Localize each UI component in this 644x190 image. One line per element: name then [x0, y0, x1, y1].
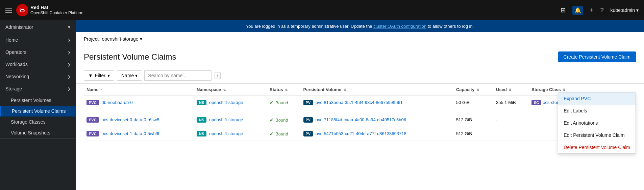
bell-icon[interactable]: 🔔	[572, 6, 583, 15]
used-value: -	[496, 117, 497, 122]
sort-status-icon: ⇅	[285, 88, 288, 92]
sidebar-item-storage-label: Storage	[5, 86, 22, 91]
namespace-link[interactable]: openshift-storage	[209, 117, 243, 122]
filter-button[interactable]: ▼ Filter ▾	[84, 70, 114, 81]
banner-link[interactable]: cluster OAuth configuration	[373, 24, 426, 29]
context-menu-item[interactable]: Edit Annotations	[558, 117, 636, 129]
name-label: Name	[121, 73, 134, 78]
pv-name-link[interactable]: pvc-71185f4d-caaa-4a00-8a94-da49517c5b06	[316, 117, 406, 122]
sidebar-role[interactable]: Administrator ▾	[0, 20, 76, 34]
ns-badge: NS	[197, 100, 206, 105]
cell-capacity: 512 GiB	[453, 113, 493, 127]
table-row: PVC db-noobaa-db-0 NS openshift-storage …	[84, 96, 636, 113]
filter-caret: ▾	[107, 73, 110, 78]
pv-name-link[interactable]: pvc-5471b053-cd21-404d-a77f-d86133693718	[316, 131, 406, 136]
table-row: PVC ocs-deviceset-0-data-0-r6sw5 NS open…	[84, 113, 636, 127]
namespace-link[interactable]: openshift-storage	[209, 131, 243, 136]
page-header: Persistent Volume Claims Create Persiste…	[76, 46, 644, 68]
cell-name: PVC ocs-deviceset-1-data-0-5wh9l	[84, 127, 194, 141]
ns-badge: NS	[197, 131, 206, 136]
cell-namespace: NS openshift-storage	[194, 127, 267, 141]
col-name[interactable]: Name ↑	[84, 84, 194, 96]
user-caret: ▾	[636, 7, 639, 13]
capacity-value: 512 GiB	[456, 117, 472, 122]
sidebar-role-label: Administrator	[5, 24, 33, 30]
sidebar-subitem-pvc[interactable]: Persistent Volume Claims	[0, 106, 76, 117]
col-status[interactable]: Status ⇅	[267, 84, 300, 96]
col-pv[interactable]: Persistent Volume ⇅	[301, 84, 453, 96]
sidebar-subitem-volume-snapshots[interactable]: Volume Snapshots	[0, 127, 76, 138]
pvc-name-link[interactable]: ocs-deviceset-0-data-0-r6sw5	[101, 117, 159, 122]
context-menu-item[interactable]: Edit Labels	[558, 105, 636, 117]
sidebar-chevron-storage: ❯	[68, 87, 70, 91]
logo-product: OpenShift	[30, 10, 48, 15]
context-menu-item[interactable]: Delete Persistent Volume Claim	[558, 141, 636, 153]
pvc-name-link[interactable]: db-noobaa-db-0	[101, 100, 133, 105]
cell-pv: PV pvc-5471b053-cd21-404d-a77f-d86133693…	[301, 127, 453, 141]
info-banner: You are logged in as a temporary adminis…	[76, 20, 644, 32]
sidebar-chevron-networking: ❯	[68, 75, 70, 79]
status-bound: ✔ Bound	[270, 100, 298, 105]
name-select[interactable]: Name ▾	[117, 70, 142, 81]
pvc-name-link[interactable]: ocs-deviceset-1-data-0-5wh9l	[101, 131, 159, 136]
sidebar-item-operators[interactable]: Operators ❯	[0, 46, 76, 58]
sc-badge: SC	[531, 100, 541, 105]
sort-name-icon: ↑	[100, 88, 102, 92]
bound-icon: ✔	[270, 117, 274, 123]
name-caret: ▾	[135, 73, 138, 78]
used-value: -	[496, 131, 497, 136]
sidebar-subitem-storage-classes[interactable]: Storage Classes	[0, 117, 76, 127]
used-value: 355.1 MiB	[496, 100, 516, 105]
apps-icon[interactable]: ⊞	[561, 6, 566, 14]
col-capacity[interactable]: Capacity ⇅	[453, 84, 493, 96]
hamburger-menu[interactable]	[5, 8, 12, 13]
col-namespace[interactable]: Namespace ⇅	[194, 84, 267, 96]
context-menu-item[interactable]: Edit Persistent Volume Claim	[558, 129, 636, 141]
top-nav: Red Hat OpenShift Container Platform ⊞ 🔔…	[0, 0, 644, 20]
create-pvc-button[interactable]: Create Persistent Volume Claim	[558, 51, 636, 62]
cell-namespace: NS openshift-storage	[194, 113, 267, 127]
redhat-logo: Red Hat OpenShift Container Platform	[16, 4, 83, 16]
sidebar-item-networking-label: Networking	[5, 74, 29, 79]
col-used[interactable]: Used ⇅	[493, 84, 529, 96]
pv-badge: PV	[303, 131, 313, 136]
project-name: openshift-storage	[102, 36, 138, 42]
pvc-table: Name ↑ Namespace ⇅ Status ⇅	[84, 84, 636, 141]
search-slash: /	[215, 72, 220, 79]
sidebar-subitem-persistent-volumes[interactable]: Persistent Volumes	[0, 95, 76, 106]
project-label: Project:	[84, 36, 100, 42]
cell-status: ✔ Bound	[267, 96, 300, 113]
page-title: Persistent Volume Claims	[84, 52, 176, 62]
cell-pv: PV pvc-71185f4d-caaa-4a00-8a94-da49517c5…	[301, 113, 453, 127]
status-bound: ✔ Bound	[270, 131, 298, 136]
status-bound: ✔ Bound	[270, 117, 298, 123]
cell-pv: PV pvc-81a35e5a-357f-45f4-93c4-8e675f58f…	[301, 96, 453, 113]
redhat-logo-icon	[16, 4, 28, 16]
status-text: Bound	[275, 100, 288, 105]
help-icon[interactable]: ?	[600, 7, 604, 14]
context-menu-item[interactable]: Expand PVC	[558, 92, 636, 105]
filter-icon: ▼	[88, 73, 93, 78]
namespace-link[interactable]: openshift-storage	[209, 100, 243, 105]
svg-point-2	[21, 10, 24, 12]
user-menu[interactable]: kube:admin ▾	[611, 7, 639, 13]
pv-name-link[interactable]: pvc-81a35e5a-357f-45f4-93c4-8e675f58f661	[316, 100, 403, 105]
banner-text: You are logged in as a temporary adminis…	[246, 24, 373, 29]
pvc-badge: PVC	[86, 117, 99, 123]
sidebar-item-workloads-label: Workloads	[5, 62, 28, 67]
search-input[interactable]	[144, 70, 212, 81]
cell-capacity: 50 GiB	[453, 96, 493, 113]
sidebar-item-storage[interactable]: Storage ❯	[0, 83, 76, 95]
sidebar: Administrator ▾ Home ❯ Operators ❯ Workl…	[0, 20, 76, 190]
plus-icon[interactable]: +	[590, 7, 594, 14]
logo-subtitle: Container Platform	[50, 10, 83, 15]
sidebar-item-home-label: Home	[5, 37, 18, 43]
pv-badge: PV	[303, 117, 313, 123]
context-menu: Expand PVCEdit LabelsEdit AnnotationsEdi…	[558, 92, 636, 154]
sidebar-item-networking[interactable]: Networking ❯	[0, 70, 76, 83]
project-selector[interactable]: openshift-storage ▾	[102, 36, 142, 42]
sort-sc-icon: ⇅	[563, 88, 565, 92]
project-bar: Project: openshift-storage ▾	[76, 32, 644, 46]
sidebar-item-workloads[interactable]: Workloads ❯	[0, 58, 76, 70]
sidebar-item-home[interactable]: Home ❯	[0, 34, 76, 46]
